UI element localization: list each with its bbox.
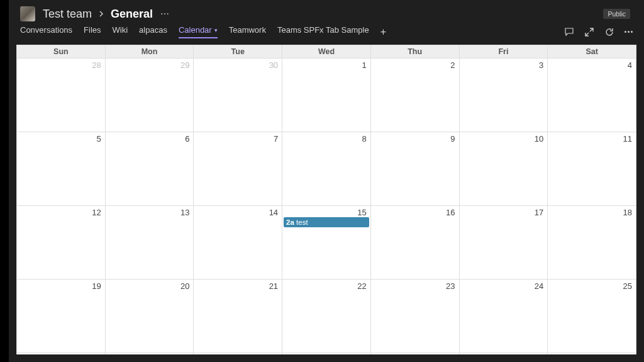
day-number: 2 bbox=[371, 59, 459, 70]
tab-content: SunMonTueWedThuFriSat 282930123456789101… bbox=[9, 45, 644, 362]
main-area: Test team General ⋯ Public Conversations… bbox=[9, 0, 644, 362]
day-number: 24 bbox=[460, 280, 548, 291]
day-number: 29 bbox=[106, 59, 194, 70]
tab-spfx-sample[interactable]: Teams SPFx Tab Sample bbox=[277, 25, 369, 38]
tab-calendar-label: Calendar bbox=[179, 25, 212, 35]
tab-conversations[interactable]: Conversations bbox=[20, 25, 72, 38]
day-number: 1 bbox=[282, 59, 370, 70]
calendar-cell[interactable]: 19 bbox=[17, 280, 106, 353]
calendar-event[interactable]: 2a test bbox=[284, 217, 369, 227]
calendar-cell[interactable]: 22 bbox=[282, 280, 371, 353]
day-number: 21 bbox=[194, 280, 282, 291]
calendar-cell[interactable]: 28 bbox=[194, 353, 282, 355]
refresh-icon[interactable] bbox=[604, 27, 614, 37]
chevron-right-icon bbox=[98, 9, 104, 19]
calendar-cell[interactable]: 16 bbox=[370, 206, 459, 280]
day-number: 28 bbox=[17, 59, 105, 70]
day-number: 17 bbox=[460, 206, 548, 217]
day-number: 22 bbox=[282, 280, 370, 291]
calendar-cell[interactable]: 5 bbox=[17, 132, 106, 206]
calendar-cell[interactable]: 29 bbox=[105, 59, 194, 132]
calendar-cell[interactable]: 1 bbox=[282, 59, 371, 132]
day-number: 8 bbox=[282, 132, 370, 144]
more-actions-icon[interactable] bbox=[625, 31, 633, 33]
calendar-cell[interactable]: 27 bbox=[105, 353, 194, 355]
day-number: 11 bbox=[548, 132, 636, 144]
day-number: 3 bbox=[460, 59, 548, 70]
day-number: 23 bbox=[371, 280, 459, 291]
calendar-cell[interactable]: 6 bbox=[105, 132, 194, 206]
calendar-cell[interactable]: 7 bbox=[194, 132, 282, 206]
calendar-cell[interactable]: 26 bbox=[17, 353, 106, 355]
channel-header: Test team General ⋯ Public bbox=[9, 0, 644, 25]
breadcrumb: Test team General ⋯ bbox=[43, 8, 603, 21]
calendar-cell[interactable]: 9 bbox=[370, 132, 459, 206]
day-number: 30 bbox=[194, 59, 282, 70]
calendar-grid: SunMonTueWedThuFriSat 282930123456789101… bbox=[16, 45, 636, 354]
day-number: 14 bbox=[194, 206, 282, 217]
add-tab-button[interactable]: + bbox=[380, 27, 386, 37]
day-header: Fri bbox=[459, 45, 548, 59]
calendar-cell[interactable]: 12 bbox=[17, 206, 106, 280]
tab-calendar[interactable]: Calendar ▾ bbox=[179, 25, 218, 38]
tab-alpacas[interactable]: alpacas bbox=[139, 25, 167, 38]
calendar-cell[interactable]: 28 bbox=[17, 59, 106, 132]
day-number: 16 bbox=[371, 206, 459, 217]
day-number: 9 bbox=[371, 132, 459, 144]
tab-actions bbox=[564, 27, 633, 37]
tab-files[interactable]: Files bbox=[84, 25, 101, 38]
calendar-cell[interactable]: 21 bbox=[194, 280, 282, 353]
day-number: 25 bbox=[548, 280, 636, 291]
day-number: 30 bbox=[371, 353, 459, 354]
calendar-cell[interactable]: 152a test bbox=[282, 206, 371, 280]
day-header: Thu bbox=[370, 45, 459, 59]
calendar-cell[interactable]: 10 bbox=[459, 132, 548, 206]
day-header: Sat bbox=[548, 45, 636, 59]
calendar-cell[interactable]: 14 bbox=[194, 206, 282, 280]
day-number: 19 bbox=[17, 280, 105, 291]
calendar-frame[interactable]: SunMonTueWedThuFriSat 282930123456789101… bbox=[16, 45, 636, 354]
calendar-cell[interactable]: 23 bbox=[370, 280, 459, 353]
calendar-cell[interactable]: 20 bbox=[105, 280, 194, 353]
calendar-cell[interactable]: 8 bbox=[282, 132, 371, 206]
calendar-cell[interactable]: 24 bbox=[459, 280, 548, 353]
calendar-cell[interactable]: 30 bbox=[194, 59, 282, 132]
calendar-cell[interactable]: 31 bbox=[459, 353, 548, 355]
day-number: 15 bbox=[282, 206, 370, 217]
expand-icon[interactable] bbox=[584, 27, 594, 37]
comment-icon[interactable] bbox=[564, 27, 574, 37]
day-number: 29 bbox=[282, 353, 370, 354]
day-number: 18 bbox=[548, 206, 636, 217]
calendar-cell[interactable]: 11 bbox=[548, 132, 636, 206]
calendar-cell[interactable]: 17 bbox=[459, 206, 548, 280]
calendar-cell[interactable]: 30 bbox=[370, 353, 459, 355]
calendar-cell[interactable]: 29 bbox=[282, 353, 371, 355]
day-number: 7 bbox=[194, 132, 282, 144]
calendar-cell[interactable]: 18 bbox=[548, 206, 636, 280]
left-rail bbox=[0, 0, 9, 362]
team-name-link[interactable]: Test team bbox=[43, 8, 92, 21]
tabs-row: Conversations Files Wiki alpacas Calenda… bbox=[9, 25, 644, 45]
day-header: Tue bbox=[194, 45, 282, 59]
tab-wiki[interactable]: Wiki bbox=[113, 25, 128, 38]
day-number: 10 bbox=[460, 132, 548, 144]
day-number: 4 bbox=[548, 59, 636, 70]
tab-teamwork[interactable]: Teamwork bbox=[229, 25, 266, 38]
breadcrumb-more-icon[interactable]: ⋯ bbox=[160, 9, 169, 19]
calendar-cell[interactable]: 3 bbox=[459, 59, 548, 132]
calendar-cell[interactable]: 1 bbox=[548, 353, 636, 355]
calendar-cell[interactable]: 25 bbox=[548, 280, 636, 353]
channel-name: General bbox=[111, 8, 153, 21]
calendar-cell[interactable]: 13 bbox=[105, 206, 194, 280]
day-number: 1 bbox=[548, 353, 636, 354]
day-number: 12 bbox=[17, 206, 105, 217]
day-number: 28 bbox=[194, 353, 282, 354]
day-number: 20 bbox=[106, 280, 194, 291]
day-number: 31 bbox=[460, 353, 548, 354]
team-avatar[interactable] bbox=[20, 6, 35, 21]
day-number: 27 bbox=[106, 353, 194, 354]
calendar-cell[interactable]: 2 bbox=[370, 59, 459, 132]
chevron-down-icon[interactable]: ▾ bbox=[214, 27, 218, 33]
day-number: 26 bbox=[17, 353, 105, 354]
calendar-cell[interactable]: 4 bbox=[548, 59, 636, 132]
